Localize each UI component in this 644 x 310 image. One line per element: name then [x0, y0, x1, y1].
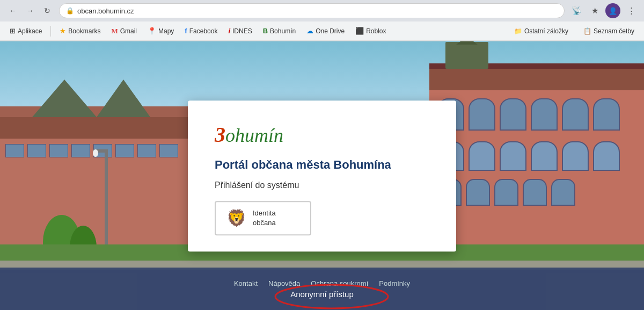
bookmark-bohumin-label: Bohumín: [270, 27, 296, 35]
bookmark-mapy-label: Mapy: [158, 27, 174, 35]
anon-access-label: Anonymní přístup: [290, 290, 354, 299]
bohumin-icon: B: [263, 27, 268, 35]
bookmark-onedrive[interactable]: ☁ One Drive: [302, 25, 349, 37]
identity-line2: občana: [253, 218, 276, 228]
bookmarks-bar: ⊞ Aplikace ★ Bookmarks M Gmail 📍 Mapy f …: [0, 21, 644, 41]
bookmark-button[interactable]: ★: [587, 3, 602, 18]
star-icon: ★: [60, 27, 66, 35]
back-button[interactable]: ←: [5, 3, 20, 18]
idnes-icon: i: [228, 27, 230, 35]
menu-button[interactable]: ⋮: [624, 3, 639, 18]
identity-line1: Identita: [253, 208, 276, 218]
main-content: 3ohumín Portál občana města Bohumína Při…: [0, 41, 644, 310]
anon-access-link[interactable]: Anonymní přístup: [286, 289, 358, 300]
bookmark-roblox-label: Roblox: [366, 27, 386, 35]
reading-list-button[interactable]: 📋 Seznam četby: [579, 25, 639, 37]
bookmark-bookmarks[interactable]: ★ Bookmarks: [55, 25, 105, 37]
footer-link-napoveda[interactable]: Nápověda: [268, 279, 300, 287]
reading-list-label: Seznam četby: [594, 27, 634, 35]
profile-button[interactable]: 👤: [605, 3, 620, 18]
bookmark-gmail[interactable]: M Gmail: [107, 25, 141, 38]
anon-access-container: Anonymní přístup: [286, 290, 358, 299]
page-title: Portál občana města Bohumína: [215, 158, 429, 172]
gmail-icon: M: [111, 27, 118, 35]
lock-icon: 🔒: [66, 7, 74, 15]
login-subtitle: Přihlášení do systému: [215, 181, 429, 190]
footer-links: Kontakt Nápověda Ochrana soukromí Podmín…: [234, 279, 410, 287]
browser-top-bar: ← → ↻ 🔒 obcan.bohumin.cz 📡 ★ 👤 ⋮: [0, 0, 644, 21]
footer-overlay: Kontakt Nápověda Ochrana soukromí Podmín…: [0, 268, 644, 310]
other-tabs-label: Ostatní záložky: [524, 27, 568, 35]
separator-1: [50, 26, 51, 37]
footer-link-kontakt[interactable]: Kontakt: [234, 279, 258, 287]
cast-button[interactable]: 📡: [569, 3, 584, 18]
roblox-icon: ⬛: [355, 27, 364, 35]
bookmark-bohumin[interactable]: B Bohumín: [259, 25, 300, 37]
bookmark-facebook[interactable]: f Facebook: [180, 25, 222, 37]
refresh-button[interactable]: ↻: [40, 3, 55, 18]
bohumin-logo: 3ohumín: [215, 122, 429, 147]
footer-link-podminky[interactable]: Podmínky: [379, 279, 410, 287]
nav-buttons: ← → ↻: [5, 3, 55, 18]
folder-icon: 📁: [514, 27, 522, 35]
bookmark-apps[interactable]: ⊞ Aplikace: [5, 25, 46, 37]
login-card: 3ohumín Portál občana města Bohumína Při…: [188, 100, 456, 251]
bookmark-apps-label: Aplikace: [18, 27, 42, 35]
bookmark-gmail-label: Gmail: [120, 27, 137, 35]
identity-text: Identita občana: [253, 208, 276, 228]
facebook-icon: f: [185, 27, 187, 35]
bookmark-roblox[interactable]: ⬛ Roblox: [351, 25, 390, 37]
address-bar[interactable]: 🔒 obcan.bohumin.cz: [59, 3, 565, 18]
apps-icon: ⊞: [10, 27, 16, 35]
bookmark-mapy[interactable]: 📍 Mapy: [143, 25, 178, 37]
other-bookmarks: 📁 Ostatní záložky 📋 Seznam četby: [510, 25, 639, 37]
footer-link-ochrana[interactable]: Ochrana soukromí: [311, 279, 368, 287]
right-building: [429, 63, 644, 268]
other-tabs-button[interactable]: 📁 Ostatní záložky: [510, 25, 573, 37]
bookmark-bookmarks-label: Bookmarks: [68, 27, 100, 35]
address-text: obcan.bohumin.cz: [77, 7, 134, 15]
bookmark-idnes-label: IDNES: [232, 27, 252, 35]
bookmark-idnes[interactable]: i IDNES: [224, 25, 256, 37]
browser-chrome: ← → ↻ 🔒 obcan.bohumin.cz 📡 ★ 👤 ⋮ ⊞ Aplik…: [0, 0, 644, 41]
bookmark-facebook-label: Facebook: [189, 27, 218, 35]
forward-button[interactable]: →: [23, 3, 38, 18]
identity-button[interactable]: 🦁 Identita občana: [215, 201, 311, 235]
browser-actions: 📡 ★ 👤 ⋮: [569, 3, 639, 18]
reading-icon: 📋: [583, 27, 591, 35]
bookmark-onedrive-label: One Drive: [316, 27, 345, 35]
lion-icon: 🦁: [226, 209, 246, 228]
onedrive-icon: ☁: [306, 27, 313, 35]
mapy-icon: 📍: [148, 27, 156, 35]
